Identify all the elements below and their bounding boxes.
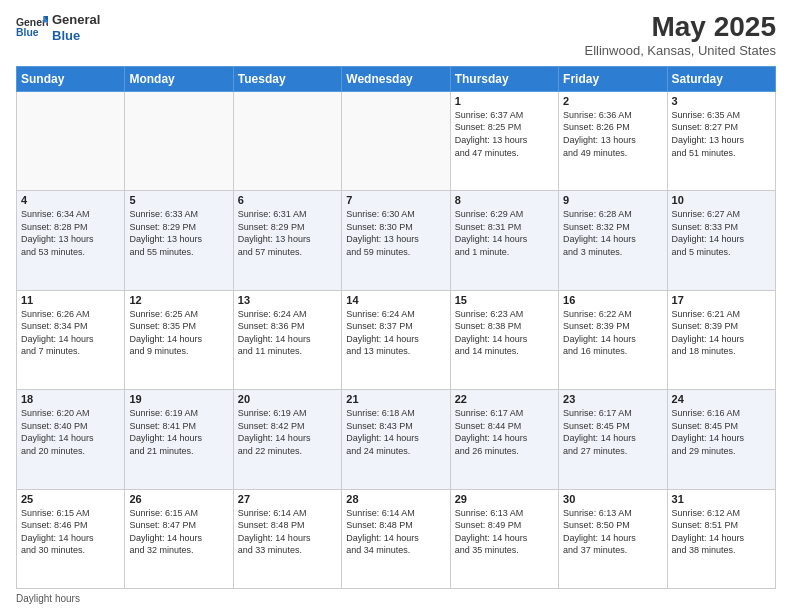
- day-info: Sunrise: 6:23 AM Sunset: 8:38 PM Dayligh…: [455, 308, 554, 358]
- day-info: Sunrise: 6:35 AM Sunset: 8:27 PM Dayligh…: [672, 109, 771, 159]
- day-info: Sunrise: 6:14 AM Sunset: 8:48 PM Dayligh…: [238, 507, 337, 557]
- day-number: 29: [455, 493, 554, 505]
- day-info: Sunrise: 6:24 AM Sunset: 8:36 PM Dayligh…: [238, 308, 337, 358]
- col-saturday: Saturday: [667, 66, 775, 91]
- day-info: Sunrise: 6:21 AM Sunset: 8:39 PM Dayligh…: [672, 308, 771, 358]
- main-title: May 2025: [585, 12, 777, 43]
- table-row: 17Sunrise: 6:21 AM Sunset: 8:39 PM Dayli…: [667, 290, 775, 389]
- col-monday: Monday: [125, 66, 233, 91]
- day-info: Sunrise: 6:15 AM Sunset: 8:46 PM Dayligh…: [21, 507, 120, 557]
- day-info: Sunrise: 6:36 AM Sunset: 8:26 PM Dayligh…: [563, 109, 662, 159]
- day-number: 20: [238, 393, 337, 405]
- svg-text:Blue: Blue: [16, 27, 39, 38]
- table-row: 6Sunrise: 6:31 AM Sunset: 8:29 PM Daylig…: [233, 191, 341, 290]
- subtitle: Ellinwood, Kansas, United States: [585, 43, 777, 58]
- day-number: 11: [21, 294, 120, 306]
- table-row: [342, 91, 450, 190]
- day-info: Sunrise: 6:18 AM Sunset: 8:43 PM Dayligh…: [346, 407, 445, 457]
- day-number: 26: [129, 493, 228, 505]
- table-row: 31Sunrise: 6:12 AM Sunset: 8:51 PM Dayli…: [667, 489, 775, 588]
- header: General Blue General Blue May 2025 Ellin…: [16, 12, 776, 58]
- day-number: 19: [129, 393, 228, 405]
- col-tuesday: Tuesday: [233, 66, 341, 91]
- calendar-header-row: Sunday Monday Tuesday Wednesday Thursday…: [17, 66, 776, 91]
- calendar-week-row: 25Sunrise: 6:15 AM Sunset: 8:46 PM Dayli…: [17, 489, 776, 588]
- day-info: Sunrise: 6:16 AM Sunset: 8:45 PM Dayligh…: [672, 407, 771, 457]
- day-number: 12: [129, 294, 228, 306]
- col-thursday: Thursday: [450, 66, 558, 91]
- table-row: 12Sunrise: 6:25 AM Sunset: 8:35 PM Dayli…: [125, 290, 233, 389]
- table-row: 29Sunrise: 6:13 AM Sunset: 8:49 PM Dayli…: [450, 489, 558, 588]
- day-number: 15: [455, 294, 554, 306]
- day-info: Sunrise: 6:26 AM Sunset: 8:34 PM Dayligh…: [21, 308, 120, 358]
- table-row: 27Sunrise: 6:14 AM Sunset: 8:48 PM Dayli…: [233, 489, 341, 588]
- day-info: Sunrise: 6:30 AM Sunset: 8:30 PM Dayligh…: [346, 208, 445, 258]
- day-number: 2: [563, 95, 662, 107]
- day-number: 1: [455, 95, 554, 107]
- day-info: Sunrise: 6:24 AM Sunset: 8:37 PM Dayligh…: [346, 308, 445, 358]
- logo-icon: General Blue: [16, 14, 48, 42]
- day-info: Sunrise: 6:15 AM Sunset: 8:47 PM Dayligh…: [129, 507, 228, 557]
- table-row: 25Sunrise: 6:15 AM Sunset: 8:46 PM Dayli…: [17, 489, 125, 588]
- day-number: 14: [346, 294, 445, 306]
- table-row: 26Sunrise: 6:15 AM Sunset: 8:47 PM Dayli…: [125, 489, 233, 588]
- day-info: Sunrise: 6:29 AM Sunset: 8:31 PM Dayligh…: [455, 208, 554, 258]
- day-info: Sunrise: 6:37 AM Sunset: 8:25 PM Dayligh…: [455, 109, 554, 159]
- day-info: Sunrise: 6:20 AM Sunset: 8:40 PM Dayligh…: [21, 407, 120, 457]
- footer-note: Daylight hours: [16, 593, 776, 604]
- day-info: Sunrise: 6:31 AM Sunset: 8:29 PM Dayligh…: [238, 208, 337, 258]
- day-number: 23: [563, 393, 662, 405]
- table-row: 9Sunrise: 6:28 AM Sunset: 8:32 PM Daylig…: [559, 191, 667, 290]
- day-info: Sunrise: 6:19 AM Sunset: 8:41 PM Dayligh…: [129, 407, 228, 457]
- day-info: Sunrise: 6:19 AM Sunset: 8:42 PM Dayligh…: [238, 407, 337, 457]
- table-row: 21Sunrise: 6:18 AM Sunset: 8:43 PM Dayli…: [342, 390, 450, 489]
- day-number: 17: [672, 294, 771, 306]
- day-number: 28: [346, 493, 445, 505]
- table-row: 13Sunrise: 6:24 AM Sunset: 8:36 PM Dayli…: [233, 290, 341, 389]
- day-number: 18: [21, 393, 120, 405]
- table-row: 23Sunrise: 6:17 AM Sunset: 8:45 PM Dayli…: [559, 390, 667, 489]
- day-info: Sunrise: 6:13 AM Sunset: 8:50 PM Dayligh…: [563, 507, 662, 557]
- table-row: 2Sunrise: 6:36 AM Sunset: 8:26 PM Daylig…: [559, 91, 667, 190]
- col-wednesday: Wednesday: [342, 66, 450, 91]
- table-row: 7Sunrise: 6:30 AM Sunset: 8:30 PM Daylig…: [342, 191, 450, 290]
- table-row: 28Sunrise: 6:14 AM Sunset: 8:48 PM Dayli…: [342, 489, 450, 588]
- day-info: Sunrise: 6:12 AM Sunset: 8:51 PM Dayligh…: [672, 507, 771, 557]
- table-row: 20Sunrise: 6:19 AM Sunset: 8:42 PM Dayli…: [233, 390, 341, 489]
- table-row: 10Sunrise: 6:27 AM Sunset: 8:33 PM Dayli…: [667, 191, 775, 290]
- day-info: Sunrise: 6:13 AM Sunset: 8:49 PM Dayligh…: [455, 507, 554, 557]
- day-info: Sunrise: 6:17 AM Sunset: 8:44 PM Dayligh…: [455, 407, 554, 457]
- table-row: 22Sunrise: 6:17 AM Sunset: 8:44 PM Dayli…: [450, 390, 558, 489]
- table-row: 5Sunrise: 6:33 AM Sunset: 8:29 PM Daylig…: [125, 191, 233, 290]
- table-row: 24Sunrise: 6:16 AM Sunset: 8:45 PM Dayli…: [667, 390, 775, 489]
- day-number: 3: [672, 95, 771, 107]
- day-info: Sunrise: 6:14 AM Sunset: 8:48 PM Dayligh…: [346, 507, 445, 557]
- day-number: 24: [672, 393, 771, 405]
- day-number: 16: [563, 294, 662, 306]
- table-row: 14Sunrise: 6:24 AM Sunset: 8:37 PM Dayli…: [342, 290, 450, 389]
- calendar-week-row: 4Sunrise: 6:34 AM Sunset: 8:28 PM Daylig…: [17, 191, 776, 290]
- table-row: 1Sunrise: 6:37 AM Sunset: 8:25 PM Daylig…: [450, 91, 558, 190]
- day-number: 25: [21, 493, 120, 505]
- day-number: 30: [563, 493, 662, 505]
- day-number: 6: [238, 194, 337, 206]
- page: General Blue General Blue May 2025 Ellin…: [0, 0, 792, 612]
- day-info: Sunrise: 6:22 AM Sunset: 8:39 PM Dayligh…: [563, 308, 662, 358]
- table-row: 18Sunrise: 6:20 AM Sunset: 8:40 PM Dayli…: [17, 390, 125, 489]
- day-number: 27: [238, 493, 337, 505]
- calendar-week-row: 1Sunrise: 6:37 AM Sunset: 8:25 PM Daylig…: [17, 91, 776, 190]
- day-number: 22: [455, 393, 554, 405]
- calendar-week-row: 18Sunrise: 6:20 AM Sunset: 8:40 PM Dayli…: [17, 390, 776, 489]
- day-info: Sunrise: 6:27 AM Sunset: 8:33 PM Dayligh…: [672, 208, 771, 258]
- day-number: 21: [346, 393, 445, 405]
- col-sunday: Sunday: [17, 66, 125, 91]
- day-number: 31: [672, 493, 771, 505]
- table-row: 11Sunrise: 6:26 AM Sunset: 8:34 PM Dayli…: [17, 290, 125, 389]
- day-number: 5: [129, 194, 228, 206]
- day-info: Sunrise: 6:25 AM Sunset: 8:35 PM Dayligh…: [129, 308, 228, 358]
- day-info: Sunrise: 6:17 AM Sunset: 8:45 PM Dayligh…: [563, 407, 662, 457]
- day-info: Sunrise: 6:34 AM Sunset: 8:28 PM Dayligh…: [21, 208, 120, 258]
- table-row: 16Sunrise: 6:22 AM Sunset: 8:39 PM Dayli…: [559, 290, 667, 389]
- table-row: [17, 91, 125, 190]
- title-block: May 2025 Ellinwood, Kansas, United State…: [585, 12, 777, 58]
